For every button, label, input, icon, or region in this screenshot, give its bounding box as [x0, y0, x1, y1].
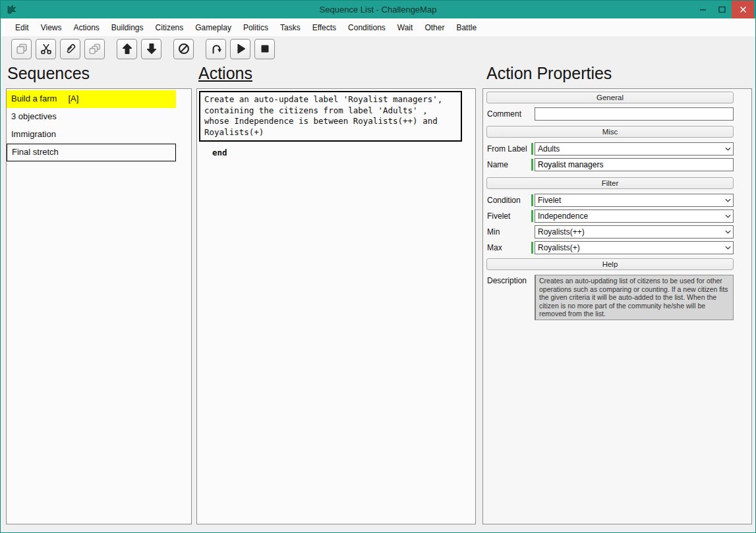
sequence-item-badge: [A] — [68, 90, 78, 108]
comment-row: Comment — [487, 107, 734, 121]
section-help[interactable]: Help — [486, 258, 734, 270]
sequences-list: Build a farm [A] 3 objectives Immigratio… — [7, 89, 191, 161]
maximize-icon — [718, 6, 726, 13]
menu-item-conditions[interactable]: Conditions — [342, 20, 392, 36]
arrow-down-icon — [144, 42, 159, 56]
menu-item-buildings[interactable]: Buildings — [105, 20, 150, 36]
paperclip-icon — [63, 42, 78, 56]
menu-item-gameplay[interactable]: Gameplay — [189, 20, 237, 36]
stop-button[interactable] — [254, 39, 275, 59]
copy-button[interactable] — [11, 39, 32, 59]
max-select[interactable]: Royalists(+) — [535, 241, 734, 254]
action-properties-heading: Action Properties — [486, 64, 612, 83]
sequence-item-label: 3 objectives — [11, 108, 57, 126]
menu-item-tasks[interactable]: Tasks — [274, 20, 306, 36]
cut-button[interactable] — [36, 39, 56, 59]
name-input[interactable] — [535, 158, 734, 171]
menu-item-wait[interactable]: Wait — [392, 20, 419, 36]
fivelet-label: Fivelet — [487, 211, 531, 221]
sequences-heading: Sequences — [7, 64, 90, 83]
arrow-up-icon — [120, 42, 134, 56]
run-button[interactable] — [230, 39, 250, 59]
sequence-item-3-objectives[interactable]: 3 objectives — [7, 108, 176, 126]
paste-button[interactable] — [60, 39, 80, 59]
clone-icon — [88, 42, 102, 56]
fivelet-value: Independence — [535, 211, 722, 221]
copy-icon — [15, 42, 29, 56]
sequence-item-label: Build a farm — [11, 90, 57, 108]
max-row: Max Royalists(+) — [487, 241, 734, 254]
section-misc[interactable]: Misc — [486, 126, 734, 138]
menu-bar: Edit Views Actions Buildings Citizens Ga… — [1, 18, 755, 36]
description-row: Description Creates an auto-updating lis… — [487, 275, 734, 320]
chevron-down-icon — [722, 242, 733, 254]
sequence-item-label: Final stretch — [12, 144, 59, 161]
name-label: Name — [487, 160, 531, 169]
play-icon — [233, 42, 248, 56]
fivelet-select[interactable]: Independence — [535, 210, 734, 223]
from-label-select[interactable]: Adults — [535, 142, 734, 155]
undo-button[interactable] — [206, 39, 226, 59]
stop-icon — [258, 42, 272, 56]
max-label: Max — [487, 243, 531, 252]
duplicate-button[interactable] — [84, 39, 105, 59]
sequence-item-final-stretch[interactable]: Final stretch — [7, 144, 176, 161]
close-icon — [740, 6, 747, 13]
modified-indicator — [531, 159, 533, 171]
end-marker[interactable]: end — [212, 148, 475, 157]
sequences-panel: Build a farm [A] 3 objectives Immigratio… — [6, 88, 192, 524]
menu-item-politics[interactable]: Politics — [237, 20, 274, 36]
menu-item-edit[interactable]: Edit — [9, 20, 35, 36]
comment-input[interactable] — [535, 107, 734, 121]
no-entry-icon — [177, 42, 191, 56]
selected-action-item[interactable]: Create an auto-update label 'Royalist ma… — [199, 91, 462, 142]
min-label: Min — [487, 227, 531, 237]
move-down-button[interactable] — [141, 39, 161, 59]
min-value: Royalists(++) — [535, 227, 722, 237]
menu-item-citizens[interactable]: Citizens — [150, 20, 190, 36]
undo-icon — [209, 42, 223, 56]
disable-button[interactable] — [173, 39, 194, 59]
condition-select[interactable]: Fivelet — [535, 194, 734, 207]
chevron-down-icon — [722, 226, 733, 238]
chevron-down-icon — [722, 210, 733, 222]
minimize-icon — [699, 6, 707, 13]
action-properties-panel: General Comment Misc From Label Adults N… — [482, 88, 752, 524]
condition-label: Condition — [487, 196, 531, 205]
from-label-value: Adults — [535, 144, 722, 154]
minimize-button[interactable] — [693, 1, 712, 18]
modified-indicator — [531, 242, 533, 254]
maximize-button[interactable] — [712, 1, 732, 18]
modified-indicator — [531, 210, 533, 222]
menu-item-effects[interactable]: Effects — [306, 20, 342, 36]
menu-item-battle[interactable]: Battle — [450, 20, 482, 36]
actions-panel: Create an auto-update label 'Royalist ma… — [196, 88, 476, 524]
min-row: Min Royalists(++) — [487, 225, 734, 238]
section-general[interactable]: General — [486, 92, 734, 103]
max-value: Royalists(+) — [535, 243, 722, 252]
close-button[interactable] — [732, 1, 754, 18]
menu-item-actions[interactable]: Actions — [67, 20, 105, 36]
chevron-down-icon — [722, 194, 733, 206]
comment-label: Comment — [487, 109, 531, 119]
menu-item-other[interactable]: Other — [419, 20, 450, 36]
fivelet-row: Fivelet Independence — [487, 210, 734, 223]
min-select[interactable]: Royalists(++) — [535, 225, 734, 238]
name-row: Name — [487, 158, 734, 171]
from-label-label: From Label — [487, 144, 531, 154]
window-controls — [693, 1, 754, 18]
condition-value: Fivelet — [535, 196, 722, 205]
sequence-item-build-a-farm[interactable]: Build a farm [A] — [7, 90, 176, 108]
app-window: Sequence List - ChallengeMap Edit Views … — [0, 0, 756, 533]
modified-indicator — [531, 143, 533, 155]
menu-item-views[interactable]: Views — [35, 20, 68, 36]
description-label: Description — [487, 275, 531, 285]
sequence-item-immigration[interactable]: Immigration — [7, 126, 176, 144]
sequence-item-label: Immigration — [11, 126, 56, 144]
move-up-button[interactable] — [117, 39, 137, 59]
window-title: Sequence List - ChallengeMap — [1, 5, 755, 14]
section-filter[interactable]: Filter — [486, 177, 734, 189]
condition-row: Condition Fivelet — [487, 194, 734, 207]
description-text: Creates an auto-updating list of citizen… — [535, 275, 734, 320]
scissors-icon — [39, 42, 53, 56]
